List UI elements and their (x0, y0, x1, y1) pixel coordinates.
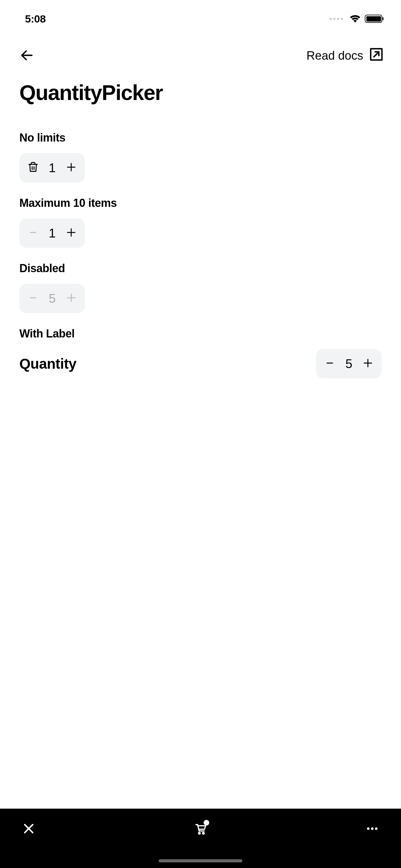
signal-dots (330, 18, 343, 20)
svg-point-21 (371, 827, 373, 830)
close-button[interactable] (22, 822, 36, 837)
section-with-label: With Label Quantity 5 (0, 313, 401, 378)
increment-button[interactable] (60, 221, 82, 245)
wifi-icon (349, 14, 361, 24)
svg-point-22 (375, 827, 377, 830)
minus-icon (28, 292, 39, 305)
stepper-value: 1 (44, 161, 60, 175)
plus-icon (66, 161, 77, 174)
cart-button[interactable] (194, 822, 207, 837)
decrement-button[interactable] (319, 351, 341, 376)
decrement-button (22, 286, 44, 311)
status-icons (330, 14, 382, 24)
stepper-value: 5 (44, 291, 60, 306)
svg-point-20 (367, 827, 369, 830)
external-link-icon (369, 47, 384, 65)
read-docs-link[interactable]: Read docs (306, 47, 384, 65)
plus-icon (362, 358, 373, 370)
svg-line-2 (374, 52, 379, 57)
battery-icon (365, 15, 382, 23)
more-button[interactable] (365, 822, 379, 837)
section-title: Maximum 10 items (20, 196, 381, 210)
status-bar: 5:08 (0, 0, 401, 37)
minus-icon (324, 358, 335, 370)
section-no-limits: No limits 1 (0, 117, 401, 183)
close-icon (22, 831, 36, 836)
read-docs-label: Read docs (306, 49, 363, 62)
cart-icon (194, 831, 207, 836)
increment-button[interactable] (357, 351, 379, 376)
bottom-bar (0, 809, 401, 868)
section-max-ten: Maximum 10 items 1 (0, 183, 401, 248)
nav-bar: Read docs (0, 37, 401, 74)
decrement-button[interactable] (22, 221, 44, 245)
section-title: No limits (20, 131, 381, 144)
trash-icon (28, 161, 39, 174)
increment-button[interactable] (60, 156, 82, 180)
increment-button (60, 286, 82, 311)
delete-button[interactable] (22, 156, 44, 180)
svg-point-19 (202, 832, 204, 834)
more-icon (365, 831, 379, 836)
quantity-label: Quantity (20, 355, 76, 372)
plus-icon (66, 292, 77, 305)
stepper-value: 5 (341, 357, 357, 371)
status-time: 5:08 (25, 13, 45, 25)
quantity-stepper: 1 (20, 153, 85, 183)
section-title: With Label (20, 327, 381, 340)
back-button[interactable] (20, 48, 34, 64)
quantity-stepper: 5 (20, 284, 85, 313)
minus-icon (28, 227, 39, 239)
cart-badge (204, 820, 209, 826)
home-indicator[interactable] (159, 859, 242, 862)
stepper-value: 1 (44, 226, 60, 240)
svg-point-18 (199, 832, 201, 834)
quantity-stepper: 5 (316, 349, 381, 378)
quantity-stepper: 1 (20, 218, 85, 248)
plus-icon (66, 227, 77, 239)
section-title: Disabled (20, 262, 381, 275)
section-disabled: Disabled 5 (0, 248, 401, 313)
page-title: QuantityPicker (0, 74, 401, 117)
